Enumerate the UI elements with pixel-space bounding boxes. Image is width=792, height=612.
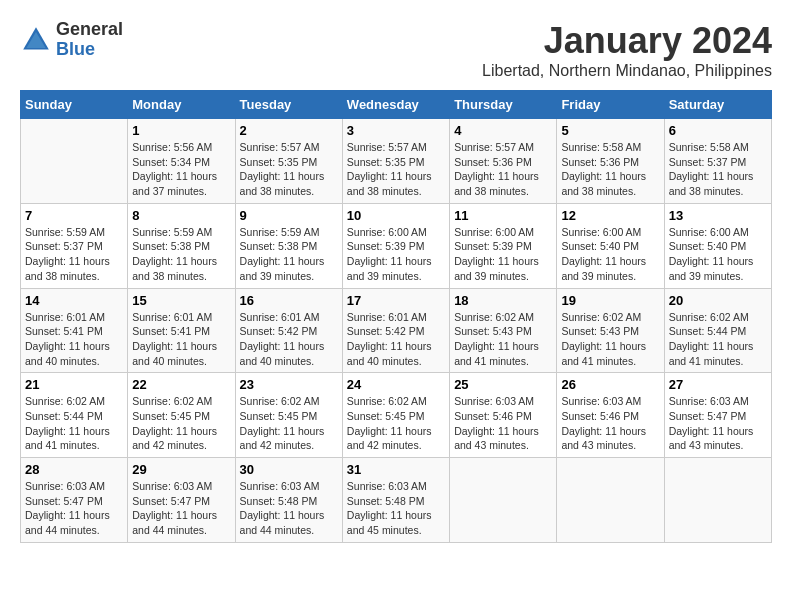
calendar-cell: 8Sunrise: 5:59 AM Sunset: 5:38 PM Daylig… — [128, 203, 235, 288]
day-number: 7 — [25, 208, 123, 223]
day-info: Sunrise: 6:02 AM Sunset: 5:44 PM Dayligh… — [669, 310, 767, 369]
calendar-cell: 19Sunrise: 6:02 AM Sunset: 5:43 PM Dayli… — [557, 288, 664, 373]
day-info: Sunrise: 5:59 AM Sunset: 5:38 PM Dayligh… — [240, 225, 338, 284]
calendar-subtitle: Libertad, Northern Mindanao, Philippines — [482, 62, 772, 80]
day-number: 6 — [669, 123, 767, 138]
calendar-cell: 13Sunrise: 6:00 AM Sunset: 5:40 PM Dayli… — [664, 203, 771, 288]
calendar-cell: 3Sunrise: 5:57 AM Sunset: 5:35 PM Daylig… — [342, 119, 449, 204]
day-number: 22 — [132, 377, 230, 392]
calendar-cell: 17Sunrise: 6:01 AM Sunset: 5:42 PM Dayli… — [342, 288, 449, 373]
calendar-cell — [557, 458, 664, 543]
logo-icon — [20, 24, 52, 56]
day-info: Sunrise: 6:01 AM Sunset: 5:41 PM Dayligh… — [132, 310, 230, 369]
day-info: Sunrise: 6:03 AM Sunset: 5:47 PM Dayligh… — [25, 479, 123, 538]
calendar-cell: 23Sunrise: 6:02 AM Sunset: 5:45 PM Dayli… — [235, 373, 342, 458]
day-info: Sunrise: 6:00 AM Sunset: 5:39 PM Dayligh… — [454, 225, 552, 284]
day-number: 14 — [25, 293, 123, 308]
calendar-week-row: 21Sunrise: 6:02 AM Sunset: 5:44 PM Dayli… — [21, 373, 772, 458]
calendar-cell: 24Sunrise: 6:02 AM Sunset: 5:45 PM Dayli… — [342, 373, 449, 458]
calendar-cell: 18Sunrise: 6:02 AM Sunset: 5:43 PM Dayli… — [450, 288, 557, 373]
calendar-week-row: 7Sunrise: 5:59 AM Sunset: 5:37 PM Daylig… — [21, 203, 772, 288]
calendar-cell: 29Sunrise: 6:03 AM Sunset: 5:47 PM Dayli… — [128, 458, 235, 543]
day-info: Sunrise: 6:00 AM Sunset: 5:40 PM Dayligh… — [669, 225, 767, 284]
calendar-cell — [21, 119, 128, 204]
day-number: 29 — [132, 462, 230, 477]
day-info: Sunrise: 6:03 AM Sunset: 5:46 PM Dayligh… — [561, 394, 659, 453]
calendar-cell: 22Sunrise: 6:02 AM Sunset: 5:45 PM Dayli… — [128, 373, 235, 458]
calendar-table: SundayMondayTuesdayWednesdayThursdayFrid… — [20, 90, 772, 543]
day-number: 12 — [561, 208, 659, 223]
day-number: 16 — [240, 293, 338, 308]
day-info: Sunrise: 6:03 AM Sunset: 5:47 PM Dayligh… — [669, 394, 767, 453]
day-info: Sunrise: 5:57 AM Sunset: 5:35 PM Dayligh… — [347, 140, 445, 199]
day-number: 13 — [669, 208, 767, 223]
day-number: 5 — [561, 123, 659, 138]
day-info: Sunrise: 6:02 AM Sunset: 5:43 PM Dayligh… — [561, 310, 659, 369]
calendar-cell: 12Sunrise: 6:00 AM Sunset: 5:40 PM Dayli… — [557, 203, 664, 288]
calendar-header-row: SundayMondayTuesdayWednesdayThursdayFrid… — [21, 91, 772, 119]
day-info: Sunrise: 6:02 AM Sunset: 5:45 PM Dayligh… — [132, 394, 230, 453]
calendar-cell: 30Sunrise: 6:03 AM Sunset: 5:48 PM Dayli… — [235, 458, 342, 543]
day-info: Sunrise: 6:00 AM Sunset: 5:40 PM Dayligh… — [561, 225, 659, 284]
calendar-cell: 11Sunrise: 6:00 AM Sunset: 5:39 PM Dayli… — [450, 203, 557, 288]
day-info: Sunrise: 6:01 AM Sunset: 5:42 PM Dayligh… — [347, 310, 445, 369]
calendar-cell: 27Sunrise: 6:03 AM Sunset: 5:47 PM Dayli… — [664, 373, 771, 458]
day-number: 21 — [25, 377, 123, 392]
day-info: Sunrise: 6:03 AM Sunset: 5:47 PM Dayligh… — [132, 479, 230, 538]
calendar-week-row: 14Sunrise: 6:01 AM Sunset: 5:41 PM Dayli… — [21, 288, 772, 373]
day-number: 17 — [347, 293, 445, 308]
day-info: Sunrise: 6:03 AM Sunset: 5:46 PM Dayligh… — [454, 394, 552, 453]
calendar-cell: 2Sunrise: 5:57 AM Sunset: 5:35 PM Daylig… — [235, 119, 342, 204]
day-info: Sunrise: 6:01 AM Sunset: 5:41 PM Dayligh… — [25, 310, 123, 369]
calendar-cell: 25Sunrise: 6:03 AM Sunset: 5:46 PM Dayli… — [450, 373, 557, 458]
header-monday: Monday — [128, 91, 235, 119]
day-number: 3 — [347, 123, 445, 138]
day-info: Sunrise: 5:58 AM Sunset: 5:36 PM Dayligh… — [561, 140, 659, 199]
day-number: 4 — [454, 123, 552, 138]
calendar-cell: 1Sunrise: 5:56 AM Sunset: 5:34 PM Daylig… — [128, 119, 235, 204]
day-info: Sunrise: 5:57 AM Sunset: 5:35 PM Dayligh… — [240, 140, 338, 199]
calendar-cell: 26Sunrise: 6:03 AM Sunset: 5:46 PM Dayli… — [557, 373, 664, 458]
header-friday: Friday — [557, 91, 664, 119]
day-number: 27 — [669, 377, 767, 392]
day-info: Sunrise: 6:02 AM Sunset: 5:44 PM Dayligh… — [25, 394, 123, 453]
day-number: 2 — [240, 123, 338, 138]
logo-blue-text: Blue — [56, 40, 123, 60]
day-number: 20 — [669, 293, 767, 308]
day-number: 10 — [347, 208, 445, 223]
calendar-title: January 2024 — [482, 20, 772, 62]
calendar-cell: 9Sunrise: 5:59 AM Sunset: 5:38 PM Daylig… — [235, 203, 342, 288]
calendar-cell: 20Sunrise: 6:02 AM Sunset: 5:44 PM Dayli… — [664, 288, 771, 373]
calendar-cell: 7Sunrise: 5:59 AM Sunset: 5:37 PM Daylig… — [21, 203, 128, 288]
day-info: Sunrise: 6:00 AM Sunset: 5:39 PM Dayligh… — [347, 225, 445, 284]
calendar-cell — [664, 458, 771, 543]
day-number: 11 — [454, 208, 552, 223]
page-header: General Blue January 2024 Libertad, Nort… — [20, 20, 772, 80]
day-info: Sunrise: 6:02 AM Sunset: 5:45 PM Dayligh… — [240, 394, 338, 453]
day-number: 28 — [25, 462, 123, 477]
day-number: 18 — [454, 293, 552, 308]
day-info: Sunrise: 6:02 AM Sunset: 5:43 PM Dayligh… — [454, 310, 552, 369]
header-thursday: Thursday — [450, 91, 557, 119]
header-saturday: Saturday — [664, 91, 771, 119]
header-wednesday: Wednesday — [342, 91, 449, 119]
day-number: 1 — [132, 123, 230, 138]
calendar-week-row: 28Sunrise: 6:03 AM Sunset: 5:47 PM Dayli… — [21, 458, 772, 543]
header-sunday: Sunday — [21, 91, 128, 119]
day-info: Sunrise: 5:57 AM Sunset: 5:36 PM Dayligh… — [454, 140, 552, 199]
calendar-cell — [450, 458, 557, 543]
title-block: January 2024 Libertad, Northern Mindanao… — [482, 20, 772, 80]
logo: General Blue — [20, 20, 123, 60]
day-info: Sunrise: 6:01 AM Sunset: 5:42 PM Dayligh… — [240, 310, 338, 369]
logo-general-text: General — [56, 20, 123, 40]
calendar-cell: 14Sunrise: 6:01 AM Sunset: 5:41 PM Dayli… — [21, 288, 128, 373]
day-number: 23 — [240, 377, 338, 392]
calendar-cell: 21Sunrise: 6:02 AM Sunset: 5:44 PM Dayli… — [21, 373, 128, 458]
day-info: Sunrise: 5:59 AM Sunset: 5:37 PM Dayligh… — [25, 225, 123, 284]
header-tuesday: Tuesday — [235, 91, 342, 119]
calendar-cell: 6Sunrise: 5:58 AM Sunset: 5:37 PM Daylig… — [664, 119, 771, 204]
day-info: Sunrise: 5:56 AM Sunset: 5:34 PM Dayligh… — [132, 140, 230, 199]
calendar-cell: 15Sunrise: 6:01 AM Sunset: 5:41 PM Dayli… — [128, 288, 235, 373]
day-number: 31 — [347, 462, 445, 477]
calendar-cell: 16Sunrise: 6:01 AM Sunset: 5:42 PM Dayli… — [235, 288, 342, 373]
